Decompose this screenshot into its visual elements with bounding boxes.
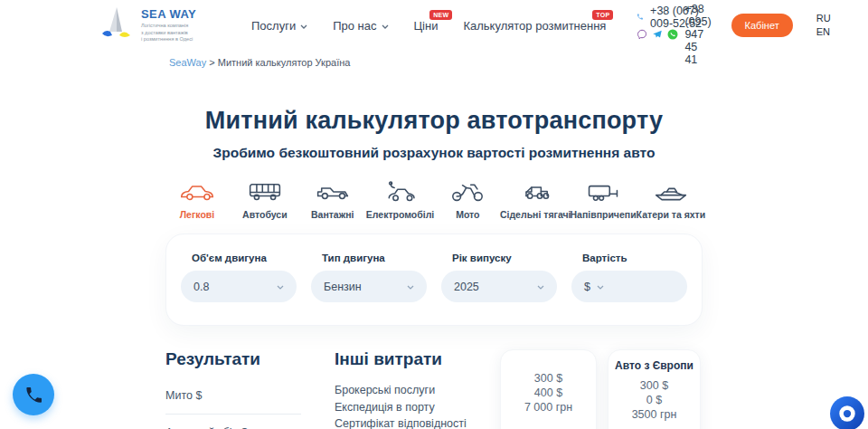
field-engine-volume: Об'єм двигуна 0.8 bbox=[181, 253, 297, 302]
field-year: Рік випуску 2025 bbox=[441, 253, 557, 302]
seaway-sail-icon bbox=[98, 5, 136, 46]
chat-bubble-icon bbox=[837, 404, 857, 424]
nav-item-about[interactable]: Про нас bbox=[333, 19, 388, 33]
nav-item-customs-calculator[interactable]: Калькулятор розмитнення TOP bbox=[463, 19, 606, 33]
semi-truck-icon bbox=[517, 181, 553, 203]
lang-en[interactable]: EN bbox=[816, 25, 831, 39]
top-badge: TOP bbox=[592, 10, 613, 20]
field-label: Тип двигуна bbox=[322, 253, 427, 263]
result-duty: Мито $ bbox=[165, 382, 301, 415]
other-expenses-column: Інші витрати Брокерські послуги Експедиц… bbox=[335, 349, 490, 429]
chevron-down-icon bbox=[407, 285, 414, 290]
electric-car-icon bbox=[382, 181, 419, 203]
breadcrumb-home-link[interactable]: SeaWay bbox=[169, 57, 206, 68]
result-excise: Акцизний збір $ bbox=[165, 419, 301, 429]
field-label: Рік випуску bbox=[452, 253, 557, 263]
expense-item: Брокерські послуги bbox=[335, 382, 490, 399]
expense-item: Експедиція в порту bbox=[335, 399, 490, 416]
page-title: Митний калькулятор автотранспорту bbox=[165, 107, 703, 135]
expense-item: Сертифікат відповідності стандартам bbox=[335, 415, 490, 429]
tab-boats-yachts[interactable]: Катери та яхти bbox=[639, 181, 703, 220]
calculator-form: Об'єм двигуна 0.8 Тип двигуна Бензин Рік… bbox=[165, 234, 703, 326]
trailer-icon bbox=[585, 181, 621, 203]
cost-card-title: Авто з Європи bbox=[609, 359, 700, 372]
other-expenses-title: Інші витрати bbox=[335, 349, 490, 369]
header: SEA WAY Логістична компанія з доставки в… bbox=[0, 0, 868, 51]
cost-card-europe: Авто з Європи 300 $ 0 $ 3500 грн bbox=[608, 349, 701, 429]
logo-title: SEA WAY bbox=[141, 7, 196, 21]
phone-icon bbox=[24, 386, 43, 405]
field-label: Вартість bbox=[582, 253, 687, 263]
field-engine-type: Тип двигуна Бензин bbox=[311, 253, 427, 302]
results-section: Результати Мито $ Акцизний збір $ Інші в… bbox=[165, 349, 703, 429]
cost-card-general: 300 $ 400 $ 7 000 грн bbox=[500, 349, 597, 429]
tab-semi-trailers[interactable]: Напівпричепи bbox=[571, 181, 635, 220]
breadcrumb-current: Митний калькулятор Україна bbox=[218, 57, 351, 68]
tab-trucks[interactable]: Вантажні bbox=[301, 181, 364, 220]
language-switcher: RU EN bbox=[816, 12, 831, 39]
cost-value: 0 $ bbox=[609, 393, 700, 407]
field-label: Об'єм двигуна bbox=[192, 253, 297, 263]
cost-value: 3500 грн bbox=[609, 407, 700, 422]
tab-motorcycles[interactable]: Мото bbox=[436, 181, 499, 220]
chevron-down-icon bbox=[597, 285, 604, 290]
tab-electric-cars[interactable]: Електромобілі bbox=[369, 181, 432, 220]
logo-subtitle: Логістична компанія з доставки вантажів … bbox=[141, 23, 196, 43]
chevron-down-icon bbox=[382, 24, 389, 29]
viber-icon[interactable] bbox=[637, 29, 647, 40]
engine-volume-select[interactable]: 0.8 bbox=[181, 271, 297, 302]
results-column: Результати Мито $ Акцизний збір $ bbox=[165, 349, 301, 429]
main-nav: Послуги Про нас Ціни NEW Калькулятор роз… bbox=[251, 19, 606, 33]
new-badge: NEW bbox=[429, 10, 452, 20]
chevron-down-icon bbox=[537, 285, 544, 290]
whatsapp-icon[interactable] bbox=[667, 29, 678, 40]
cost-value: 400 $ bbox=[501, 386, 596, 400]
breadcrumb-separator: > bbox=[209, 57, 214, 68]
logo[interactable]: SEA WAY Логістична компанія з доставки в… bbox=[98, 5, 208, 46]
phone-icon bbox=[637, 11, 644, 23]
year-select[interactable]: 2025 bbox=[441, 271, 557, 302]
page-subtitle: Зробимо безкоштовний розрахунок вартості… bbox=[165, 145, 703, 161]
floating-call-button[interactable] bbox=[13, 374, 54, 415]
telegram-icon[interactable] bbox=[652, 29, 663, 40]
bus-icon bbox=[247, 181, 283, 203]
tab-buses[interactable]: Автобуси bbox=[233, 181, 297, 220]
results-title: Результати bbox=[165, 349, 301, 369]
truck-icon bbox=[315, 181, 351, 203]
chevron-down-icon bbox=[300, 24, 307, 29]
motorcycle-icon bbox=[449, 181, 486, 203]
header-contacts: +38 (067) 009-52-52 +38 (095) 947 45 41 bbox=[637, 7, 711, 43]
hero: Митний калькулятор автотранспорту Зробим… bbox=[165, 107, 703, 161]
phone-number-secondary[interactable]: +38 (095) 947 45 41 bbox=[684, 3, 711, 66]
cost-currency-select[interactable]: $ bbox=[571, 271, 687, 302]
chevron-down-icon bbox=[277, 285, 284, 290]
nav-item-services[interactable]: Послуги bbox=[251, 19, 307, 33]
cost-value: 7 000 грн bbox=[501, 400, 596, 415]
logo-text: SEA WAY Логістична компанія з доставки в… bbox=[141, 7, 196, 43]
breadcrumb: SeaWay > Митний калькулятор Україна bbox=[165, 57, 703, 68]
nav-item-prices[interactable]: Ціни NEW bbox=[414, 19, 439, 33]
engine-type-select[interactable]: Бензин bbox=[311, 271, 427, 302]
tab-cars[interactable]: Легкові bbox=[165, 181, 229, 220]
car-icon bbox=[179, 181, 215, 203]
lang-ru[interactable]: RU bbox=[816, 12, 831, 25]
yacht-icon bbox=[653, 181, 689, 203]
chat-widget-button[interactable] bbox=[830, 396, 864, 429]
cost-value: 300 $ bbox=[609, 378, 700, 393]
field-cost: Вартість $ bbox=[571, 253, 687, 302]
cabinet-button[interactable]: Кабінет bbox=[731, 14, 793, 37]
cost-value: 300 $ bbox=[501, 371, 596, 386]
vehicle-tabs: Легкові Автобуси Вантажні Еле bbox=[165, 181, 703, 220]
tab-semi-trucks[interactable]: Сідельні тягачі bbox=[504, 181, 567, 220]
